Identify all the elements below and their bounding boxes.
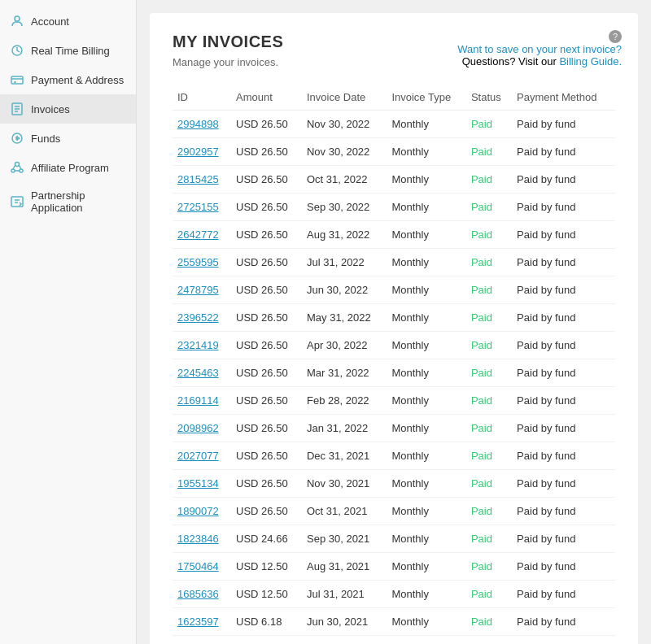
- account-icon: [10, 14, 24, 28]
- cell-payment-method: Paid by fund: [512, 276, 615, 304]
- sidebar-item-funds[interactable]: Funds: [0, 124, 136, 153]
- cell-payment-method: Paid by fund: [512, 442, 615, 470]
- invoice-id-link[interactable]: 1623597: [177, 616, 219, 628]
- cell-status: Paid: [466, 387, 512, 415]
- invoice-id-link[interactable]: 1823846: [177, 533, 219, 545]
- cell-type: Monthly: [387, 332, 466, 359]
- cell-date: Aug 31, 2022: [302, 221, 387, 249]
- invoice-id-link[interactable]: 2321419: [177, 339, 219, 351]
- cell-date: Jun 30, 2022: [302, 276, 387, 304]
- invoice-id-link[interactable]: 1750464: [177, 560, 219, 572]
- invoice-id-link[interactable]: 2396522: [177, 311, 219, 324]
- invoice-id-link[interactable]: 2559595: [177, 256, 219, 268]
- table-row: 2396522USD 26.50May 31, 2022MonthlyPaidP…: [173, 304, 615, 332]
- cell-amount: USD 12.50: [231, 553, 302, 581]
- cell-type: Monthly: [387, 608, 466, 636]
- cell-status: Paid: [466, 470, 512, 498]
- cell-date: Nov 30, 2022: [302, 138, 387, 166]
- cell-id: 1685636: [173, 581, 231, 608]
- cell-amount: USD 26.50: [231, 111, 302, 138]
- cell-status: Paid: [466, 111, 512, 138]
- cell-payment-method: Paid by fund: [512, 387, 615, 415]
- sidebar-item-real-time-billing[interactable]: Real Time Billing: [0, 36, 136, 65]
- status-badge: Paid: [471, 505, 492, 517]
- cell-id: 1890072: [173, 498, 231, 525]
- invoice-id-link[interactable]: 2098962: [177, 422, 219, 434]
- col-invoice-type: Invoice Type: [387, 85, 466, 111]
- cell-amount: USD 12.50: [231, 581, 302, 608]
- main-content: ? Want to save on your next invoice? Que…: [137, 0, 651, 644]
- cell-payment-method: Paid by fund: [512, 525, 615, 553]
- cell-amount: USD 26.50: [231, 442, 302, 470]
- col-id: ID: [173, 85, 231, 111]
- cell-status: Paid: [466, 553, 512, 581]
- table-row: 2559595USD 26.50Jul 31, 2022MonthlyPaidP…: [173, 249, 615, 276]
- cell-id: 2027077: [173, 442, 231, 470]
- cell-amount: USD 26.50: [231, 249, 302, 276]
- svg-rect-2: [11, 76, 23, 84]
- invoice-id-link[interactable]: 2902957: [177, 146, 219, 158]
- sidebar-item-account-label: Account: [31, 15, 69, 28]
- cell-type: Monthly: [387, 442, 466, 470]
- cell-date: Apr 30, 2022: [302, 332, 387, 359]
- cell-date: May 31, 2022: [302, 304, 387, 332]
- cell-date: Aug 31, 2021: [302, 553, 387, 581]
- sidebar-item-funds-label: Funds: [31, 133, 60, 145]
- save-on-invoice-link[interactable]: Want to save on your next invoice?: [457, 43, 622, 55]
- status-badge: Paid: [471, 228, 492, 241]
- invoice-id-link[interactable]: 2725155: [177, 201, 219, 213]
- payment-icon: [10, 72, 24, 87]
- table-row: 2815425USD 26.50Oct 31, 2022MonthlyPaidP…: [173, 166, 615, 194]
- cell-status: Paid: [466, 304, 512, 332]
- table-row: 1890072USD 26.50Oct 31, 2021MonthlyPaidP…: [173, 498, 615, 525]
- invoice-id-link[interactable]: 2027077: [177, 450, 219, 462]
- invoice-id-link[interactable]: 1685636: [177, 588, 219, 600]
- table-row: 1623597USD 6.18Jun 30, 2021MonthlyPaidPa…: [173, 608, 615, 636]
- cell-type: Monthly: [387, 166, 466, 194]
- invoice-id-link[interactable]: 2169114: [177, 394, 219, 407]
- table-row: 1955134USD 26.50Nov 30, 2021MonthlyPaidP…: [173, 470, 615, 498]
- invoice-id-link[interactable]: 1890072: [177, 505, 219, 517]
- cell-status: Paid: [466, 194, 512, 221]
- cell-type: Monthly: [387, 415, 466, 442]
- status-badge: Paid: [471, 588, 492, 600]
- cell-status: Paid: [466, 442, 512, 470]
- help-icon[interactable]: ?: [609, 30, 622, 43]
- sidebar-item-invoices[interactable]: Invoices: [0, 94, 136, 124]
- status-badge: Paid: [471, 367, 492, 379]
- table-row: 2169114USD 26.50Feb 28, 2022MonthlyPaidP…: [173, 387, 615, 415]
- cell-date: Jul 31, 2022: [302, 249, 387, 276]
- status-badge: Paid: [471, 616, 492, 628]
- cell-amount: USD 26.50: [231, 221, 302, 249]
- sidebar-item-payment-address-label: Payment & Address: [31, 74, 124, 86]
- status-badge: Paid: [471, 533, 492, 545]
- sidebar-item-account[interactable]: Account: [0, 7, 136, 36]
- sidebar-item-affiliate-program[interactable]: Affiliate Program: [0, 153, 136, 182]
- cell-type: Monthly: [387, 194, 466, 221]
- table-row: 1750464USD 12.50Aug 31, 2021MonthlyPaidP…: [173, 553, 615, 581]
- invoice-id-link[interactable]: 2642772: [177, 228, 219, 241]
- invoice-id-link[interactable]: 2478795: [177, 284, 219, 296]
- billing-guide-link[interactable]: Billing Guide.: [559, 55, 622, 67]
- cell-date: Jun 30, 2021: [302, 608, 387, 636]
- cell-id: 2642772: [173, 221, 231, 249]
- cell-type: Monthly: [387, 249, 466, 276]
- cell-date: Nov 30, 2021: [302, 470, 387, 498]
- invoice-id-link[interactable]: 2815425: [177, 173, 219, 185]
- svg-point-0: [15, 16, 20, 21]
- sidebar: Account Real Time Billing Payment & Addr…: [0, 0, 137, 644]
- funds-icon: [10, 131, 24, 146]
- cell-payment-method: Paid by fund: [512, 470, 615, 498]
- cell-amount: USD 26.50: [231, 387, 302, 415]
- invoice-id-link[interactable]: 1955134: [177, 477, 219, 490]
- table-row: 2321419USD 26.50Apr 30, 2022MonthlyPaidP…: [173, 332, 615, 359]
- cell-id: 1623597: [173, 608, 231, 636]
- cell-status: Paid: [466, 581, 512, 608]
- sidebar-item-payment-address[interactable]: Payment & Address: [0, 65, 136, 94]
- invoices-table: ID Amount Invoice Date Invoice Type Stat…: [173, 85, 615, 636]
- cell-status: Paid: [466, 525, 512, 553]
- invoice-id-link[interactable]: 2245463: [177, 367, 219, 379]
- invoice-id-link[interactable]: 2994898: [177, 118, 219, 130]
- cell-id: 2169114: [173, 387, 231, 415]
- sidebar-item-partnership-application[interactable]: Partnership Application: [0, 182, 136, 221]
